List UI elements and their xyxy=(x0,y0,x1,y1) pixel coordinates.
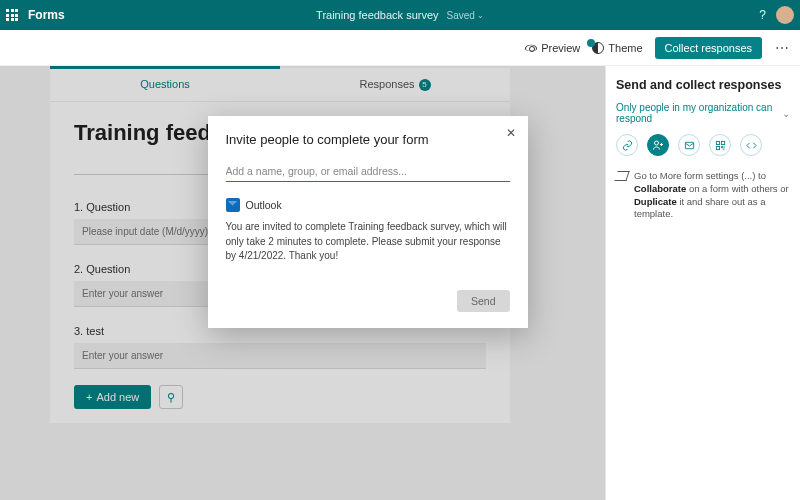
avatar[interactable] xyxy=(776,6,794,24)
doc-title: Training feedback survey xyxy=(316,9,439,21)
share-embed-icon[interactable] xyxy=(740,134,762,156)
close-icon[interactable]: ✕ xyxy=(506,126,516,140)
help-icon[interactable]: ? xyxy=(759,8,766,22)
theme-button[interactable]: Theme xyxy=(592,42,642,54)
send-button[interactable]: Send xyxy=(457,290,510,312)
command-bar: Preview Theme Collect responses ⋯ xyxy=(0,30,800,66)
more-button[interactable]: ⋯ xyxy=(774,40,790,56)
modal-title: Invite people to complete your form xyxy=(226,132,510,147)
top-bar: Forms Training feedback survey Saved⌄ ? xyxy=(0,0,800,30)
chevron-down-icon: ⌄ xyxy=(477,11,484,20)
share-qr-icon[interactable] xyxy=(709,134,731,156)
preview-button[interactable]: Preview xyxy=(525,42,580,54)
panel-heading: Send and collect responses xyxy=(616,78,790,92)
chevron-down-icon: ⌄ xyxy=(782,108,790,119)
app-launcher-icon[interactable] xyxy=(6,9,18,21)
collect-responses-button[interactable]: Collect responses xyxy=(655,37,762,59)
tip-text: Go to More form settings (...) to Collab… xyxy=(616,170,790,221)
svg-point-0 xyxy=(655,141,659,145)
share-panel: Send and collect responses Only people i… xyxy=(605,66,800,500)
svg-rect-2 xyxy=(716,141,719,144)
share-invite-icon[interactable] xyxy=(647,134,669,156)
svg-rect-4 xyxy=(716,146,719,149)
app-name: Forms xyxy=(28,8,65,22)
megaphone-icon xyxy=(614,171,629,181)
invite-modal: ✕ Invite people to complete your form Ou… xyxy=(208,116,528,328)
invite-input[interactable] xyxy=(226,161,510,182)
share-email-icon[interactable] xyxy=(678,134,700,156)
save-state: Saved⌄ xyxy=(447,10,484,21)
permission-dropdown[interactable]: Only people in my organization can respo… xyxy=(616,102,790,124)
eye-icon xyxy=(525,42,537,54)
outlook-icon xyxy=(226,198,240,212)
form-canvas: Questions Responses5 Training feedback 1… xyxy=(0,66,605,500)
modal-scrim[interactable]: ✕ Invite people to complete your form Ou… xyxy=(0,66,605,500)
outlook-row: Outlook xyxy=(226,198,510,212)
share-link-icon[interactable] xyxy=(616,134,638,156)
svg-rect-3 xyxy=(721,141,724,144)
doc-title-area[interactable]: Training feedback survey Saved⌄ xyxy=(316,9,484,21)
invite-message[interactable]: You are invited to complete Training fee… xyxy=(226,220,510,264)
share-method-row xyxy=(616,134,790,156)
theme-icon xyxy=(592,42,604,54)
